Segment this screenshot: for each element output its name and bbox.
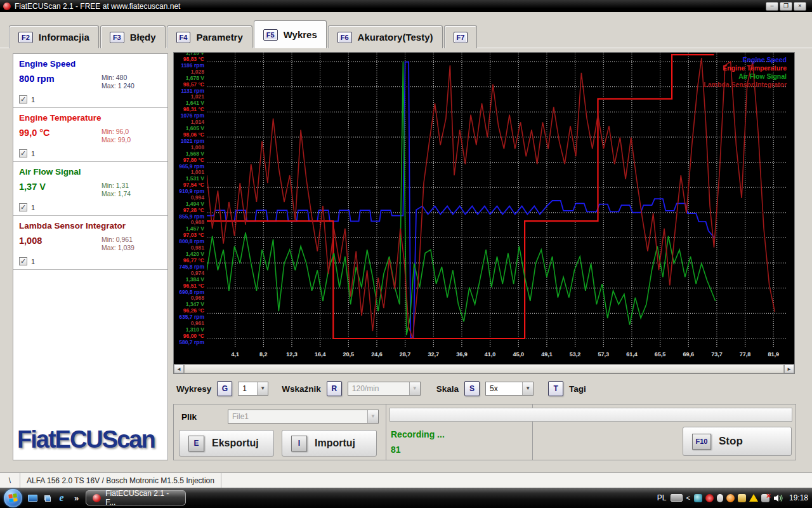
- parameter-checkbox[interactable]: ✓: [19, 149, 27, 157]
- quicklaunch-overflow-chevron[interactable]: »: [72, 493, 81, 503]
- keyboard-layout-icon[interactable]: [671, 494, 683, 502]
- y-axis-tick: 98,31 °C: [183, 106, 204, 112]
- start-button[interactable]: [4, 489, 22, 507]
- mouse-icon[interactable]: [717, 494, 723, 502]
- x-axis-tick: 36,9: [452, 351, 471, 358]
- scroll-right-icon[interactable]: ►: [784, 364, 794, 373]
- language-indicator[interactable]: PL: [657, 493, 667, 502]
- scroll-left-icon[interactable]: ◄: [174, 364, 184, 373]
- y-axis-tick: 745,8 rpm: [179, 264, 204, 270]
- x-axis-tick: 24,6: [367, 351, 386, 358]
- y-axis-tick: 1,568 V: [186, 150, 204, 157]
- import-button-label: Importuj: [315, 438, 355, 449]
- y-axis-tick: 800,8 rpm: [179, 238, 204, 244]
- network-error-icon[interactable]: [761, 494, 769, 502]
- recording-box: Recording ... 81 F10 Stop: [386, 404, 796, 460]
- legend-item: Engine Speed: [704, 56, 787, 64]
- alert-icon[interactable]: [705, 494, 714, 502]
- tab-b-dy[interactable]: F3Błędy: [100, 25, 166, 48]
- tagi-label: Tagi: [569, 384, 586, 394]
- taskbar-task-button[interactable]: FiatECUScan 2.1 - F...: [86, 490, 186, 505]
- y-axis-tick: 96,77 °C: [183, 257, 204, 264]
- recording-input[interactable]: [390, 408, 792, 422]
- x-axis-tick: 73,7: [707, 351, 726, 358]
- parameter-sidebar: Engine Speed800 rpmMin: 480Max: 1 240✓1E…: [13, 53, 168, 460]
- chart-horizontal-scrollbar[interactable]: ◄ ►: [174, 364, 794, 373]
- wykresy-label: Wykresy: [176, 384, 211, 394]
- parameter-checkbox[interactable]: ✓: [19, 95, 27, 104]
- chart-plot: [207, 53, 787, 347]
- tab-label: Wykres: [284, 29, 317, 40]
- y-axis-tick: 1,008: [191, 144, 204, 150]
- parameter-value: 1,37 V: [19, 182, 102, 192]
- tab-wykres[interactable]: F5Wykres: [254, 20, 327, 48]
- task-button-label: FiatECUScan 2.1 - F...: [105, 489, 179, 507]
- y-axis-tick: 855,9 rpm: [179, 213, 204, 220]
- x-axis-tick: 53,2: [566, 351, 585, 358]
- parameter-min: Min: 0,961: [102, 236, 133, 243]
- fiatecuscan-logo: FiatECUScan: [13, 424, 167, 460]
- y-axis-tick: 96,00 °C: [183, 333, 204, 339]
- parameter-max: Max: 99,0: [102, 136, 131, 144]
- tab-akuratory-testy-[interactable]: F6Akuratory(Testy): [328, 25, 443, 48]
- internet-explorer-icon[interactable]: e: [56, 492, 67, 504]
- parameter-min: Min: 480: [102, 74, 127, 81]
- r-key-button[interactable]: R: [327, 381, 342, 396]
- maximize-button[interactable]: ❐: [780, 2, 792, 11]
- fkey-badge: F2: [18, 32, 33, 43]
- title-bar: FiatECUScan 2.1 - FREE at www.fiatecusca…: [0, 0, 812, 12]
- export-button[interactable]: E Eksportuj: [179, 430, 274, 457]
- parameter-checkbox[interactable]: ✓: [19, 203, 27, 211]
- x-axis-tick: 49,1: [537, 351, 556, 358]
- x-axis-tick: 69,6: [679, 351, 698, 358]
- series-engine-speed: [207, 62, 715, 338]
- system-tray: PL < 19:18: [657, 493, 808, 502]
- y-axis-tick: 0,981: [191, 244, 204, 251]
- parameter-max: Max: 1,039: [102, 244, 134, 251]
- taskbar-clock[interactable]: 19:18: [787, 493, 808, 502]
- volume-icon[interactable]: [773, 494, 783, 502]
- skala-label: Skala: [436, 384, 459, 394]
- switch-windows-icon[interactable]: [43, 494, 51, 502]
- chevron-down-icon[interactable]: ▼: [522, 382, 533, 395]
- wykresy-select[interactable]: 1 ▼: [238, 382, 268, 396]
- import-button[interactable]: I Importuj: [282, 430, 377, 457]
- fkey-badge: F6: [337, 32, 352, 43]
- y-axis-tick: 910,9 rpm: [179, 188, 204, 194]
- x-axis-tick: 41,0: [481, 351, 500, 358]
- wskaznik-label: Wskaźnik: [282, 384, 321, 394]
- user-icon[interactable]: [694, 494, 702, 502]
- y-axis-tick: 965,9 rpm: [179, 163, 204, 170]
- y-axis-tick: 1,641 V: [186, 100, 204, 106]
- tab-f7[interactable]: F7: [444, 25, 478, 48]
- series-lambda-sensor-integrator: [207, 58, 775, 338]
- update-icon[interactable]: [726, 494, 735, 502]
- y-axis-tick: 1,014: [191, 119, 204, 125]
- export-button-label: Eksportuj: [212, 438, 259, 449]
- scrollbar-thumb[interactable]: [184, 364, 784, 373]
- t-key-button[interactable]: T: [548, 381, 563, 396]
- users-icon[interactable]: [738, 494, 746, 502]
- stop-button[interactable]: F10 Stop: [683, 427, 792, 456]
- close-button[interactable]: ×: [794, 2, 806, 11]
- y-axis-tick: 1,678 V: [186, 75, 204, 81]
- y-axis-tick: 580,7 rpm: [179, 339, 204, 345]
- y-axis-tick: 97,03 °C: [183, 232, 204, 238]
- show-desktop-icon[interactable]: [27, 492, 38, 504]
- tray-collapse-chevron[interactable]: <: [686, 494, 690, 502]
- s-key-button[interactable]: S: [464, 381, 480, 396]
- tab-parametry[interactable]: F4Parametry: [167, 25, 252, 48]
- g-key-button[interactable]: G: [217, 381, 232, 396]
- chart-panel: 1,0341,715 V98,83 °C1186 rpm1,0281,678 V…: [173, 52, 795, 374]
- tab-informacjia[interactable]: F2Informacjia: [9, 25, 99, 48]
- parameter-checkbox[interactable]: ✓: [19, 257, 27, 265]
- skala-select-value: 5x: [486, 384, 522, 393]
- windows-logo-icon: [8, 493, 18, 502]
- chart-controls-row: Wykresy G 1 ▼ Wskaźnik R 120/min ▼ Skala…: [176, 381, 586, 396]
- chevron-down-icon[interactable]: ▼: [257, 382, 268, 395]
- y-axis-tick: 0,994: [191, 194, 204, 201]
- y-axis-tick: 98,06 °C: [183, 131, 204, 138]
- warning-icon[interactable]: [749, 494, 758, 502]
- minimize-button[interactable]: –: [766, 2, 778, 11]
- skala-select[interactable]: 5x ▼: [485, 382, 534, 396]
